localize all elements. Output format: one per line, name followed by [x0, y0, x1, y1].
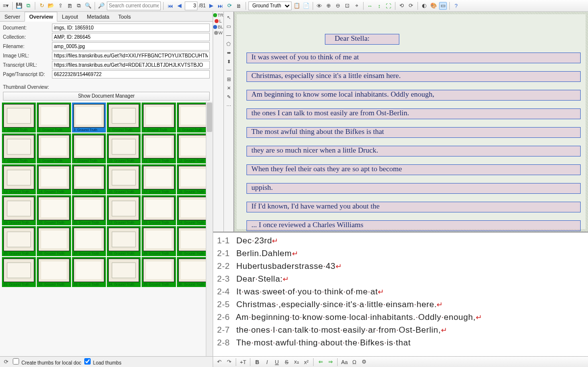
help-icon[interactable]: ? — [452, 2, 460, 10]
tab-metadata[interactable]: Metadata — [82, 12, 114, 21]
create-thumbs-checkbox[interactable]: Create thumbs for local doc — [13, 358, 81, 366]
tab-server[interactable]: Server — [0, 12, 24, 21]
thumbnail[interactable]: 11: Ground Truth — [142, 133, 175, 163]
versions-icon[interactable]: ⧉ — [75, 2, 83, 10]
thumbnail[interactable]: 4: Ground Truth — [107, 103, 141, 132]
italic-icon[interactable]: I — [263, 358, 271, 366]
zoom-fit-icon[interactable]: ⊡ — [343, 2, 351, 10]
transcript-line[interactable]: 2-5 Christmas,especiallysinceit'salittle… — [217, 298, 584, 311]
region-icon[interactable]: ▭ — [225, 23, 232, 29]
font-icon[interactable]: Aa — [341, 358, 348, 366]
sup-icon[interactable]: x² — [302, 358, 310, 366]
reload-icon[interactable]: ↻ — [38, 2, 46, 10]
doc-icon[interactable]: 🖹 — [66, 2, 74, 10]
color-icon[interactable]: 🎨 — [430, 2, 438, 10]
prev-line-icon[interactable]: ⇐ — [317, 358, 324, 366]
underline-icon[interactable]: U — [273, 358, 281, 366]
sub-icon[interactable]: x₂ — [293, 358, 300, 366]
split-h-icon[interactable]: ⬌ — [225, 49, 232, 56]
thumbnail[interactable]: 27: Ground Truth — [72, 226, 106, 256]
load-thumbs-checkbox[interactable]: Load thumbs — [84, 358, 122, 366]
thumbnail[interactable]: 31: Ground Truth — [2, 257, 36, 287]
eye-icon[interactable]: 👁 — [316, 2, 323, 10]
thumbnail[interactable]: 2: Ground Truth — [37, 103, 71, 132]
strike-icon[interactable]: S — [283, 358, 291, 366]
thumbnail-scrollbar[interactable] — [206, 102, 213, 356]
rotate-r-icon[interactable]: ⟳ — [407, 2, 415, 10]
undo-icon[interactable]: ↶ — [215, 358, 223, 366]
document-field[interactable] — [52, 24, 210, 32]
show-document-manager-button[interactable]: Show Document Manager — [3, 92, 210, 101]
zoom-out-icon[interactable]: ⊖ — [334, 2, 342, 10]
search-glass-icon[interactable]: 🔎 — [98, 2, 105, 10]
thumbnail[interactable]: 29: Ground Truth — [142, 226, 175, 256]
paste-icon[interactable]: 📄 — [302, 2, 310, 10]
thumbnail[interactable]: 8: Ground Truth — [37, 133, 71, 163]
thumbnail[interactable]: 14: Ground Truth — [37, 164, 71, 194]
transcript-line[interactable]: 1-1 Dec23rd↵ — [217, 235, 584, 247]
transcript-line[interactable]: 2-8 ThemostawfulthingabouttheBifkesistha… — [217, 337, 584, 349]
menu-icon[interactable]: ≡▾ — [2, 2, 10, 10]
thumbnail[interactable]: 15: Ground Truth — [72, 164, 106, 194]
tab-layout[interactable]: Layout — [57, 12, 82, 21]
contrast-icon[interactable]: ◐ — [420, 2, 428, 10]
page-number-input[interactable] — [185, 1, 197, 10]
thumbnail[interactable]: 33: Ground Truth — [72, 257, 106, 287]
thumbnail[interactable]: 13: Ground Truth — [2, 164, 36, 194]
thumbnail[interactable]: 21: Ground Truth — [72, 195, 106, 225]
more-icon[interactable]: ⋯ — [225, 102, 232, 109]
transcript-line[interactable]: 2-7 theonesIcantalktomosteasilyarfromOst… — [217, 324, 584, 337]
merge-icon[interactable]: ⊞ — [225, 76, 232, 82]
last-page-icon[interactable]: ⏭ — [217, 2, 224, 10]
transcript-line[interactable]: 2-3 DearStella:↵ — [217, 273, 584, 286]
export-icon[interactable]: ⇪ — [56, 2, 64, 10]
prev-page-icon[interactable]: ◀ — [175, 2, 183, 10]
delete-icon[interactable]: ✕ — [225, 84, 232, 91]
pencil-icon[interactable]: ✎ — [225, 93, 232, 100]
baseline-icon[interactable]: 〰 — [225, 67, 232, 74]
transcript-panel[interactable]: 1-1 Dec23rd↵2-1 Berlin.Dahlem↵2-2 Hubert… — [213, 232, 588, 356]
redo-icon[interactable]: ↷ — [225, 358, 233, 366]
transcripturl-field[interactable] — [52, 61, 210, 69]
bold-icon[interactable]: B — [253, 358, 261, 366]
status-combo[interactable]: Ground Truth — [248, 1, 292, 10]
next-page-icon[interactable]: ▶ — [207, 2, 215, 10]
fit-page-icon[interactable]: ⛶ — [385, 2, 392, 10]
highlight-icon[interactable]: ▭ — [439, 2, 447, 10]
search-input[interactable] — [107, 1, 161, 10]
thumbnail[interactable]: 19: Ground Truth — [2, 195, 36, 225]
fit-w-icon[interactable]: ↔ — [366, 2, 374, 10]
thumbnail[interactable]: 28: Ground Truth — [107, 226, 141, 256]
collection-field[interactable] — [52, 33, 210, 41]
zoom-in-icon[interactable]: ⊕ — [325, 2, 333, 10]
tab-overview[interactable]: Overview — [24, 12, 57, 22]
polygon-icon[interactable]: ⬠ — [225, 40, 232, 47]
thumbnail[interactable]: 3: Ground Truth — [72, 103, 106, 132]
pageid-field[interactable] — [52, 70, 210, 79]
find-icon[interactable]: 🔍 — [84, 2, 92, 10]
save-icon[interactable]: 💾 — [15, 2, 23, 10]
image-canvas[interactable]: Dear Stella:It was sweet of you to think… — [234, 12, 588, 232]
thumbnail[interactable]: 16: Ground Truth — [107, 164, 141, 194]
thumbnail[interactable]: 5: Ground Truth — [142, 103, 175, 132]
line-icon[interactable]: ― — [225, 31, 232, 38]
transcript-line[interactable]: 2-4 Itwassweetofyoutothinkofmeat↵ — [217, 286, 584, 298]
save2-icon[interactable]: ⧉ — [24, 2, 32, 10]
copy-icon[interactable]: 📋 — [293, 2, 301, 10]
imageurl-field[interactable] — [52, 52, 210, 60]
tab-tools[interactable]: Tools — [114, 12, 135, 21]
next-line-icon[interactable]: ⇒ — [326, 358, 334, 366]
thumbnail[interactable]: 22: Ground Truth — [107, 195, 141, 225]
thumbnail[interactable]: 32: Ground Truth — [37, 257, 71, 287]
thumbnail[interactable]: 7: Ground Truth — [2, 133, 36, 163]
add-text-icon[interactable]: +T — [239, 358, 247, 366]
thumbnail[interactable]: 10: Ground Truth — [107, 133, 141, 163]
thumbnail[interactable]: 17: Ground Truth — [142, 164, 175, 194]
thumbnail[interactable]: 9: Ground Truth — [72, 133, 106, 163]
page-icon[interactable]: 🗎 — [235, 2, 243, 10]
transcript-line[interactable]: 2-1 Berlin.Dahlem↵ — [217, 247, 584, 260]
first-page-icon[interactable]: ⏮ — [166, 2, 174, 10]
fit-h-icon[interactable]: ↕ — [375, 2, 383, 10]
thumbnail[interactable]: 23: Ground Truth — [142, 195, 175, 225]
settings-icon[interactable]: ⚙ — [360, 358, 368, 366]
